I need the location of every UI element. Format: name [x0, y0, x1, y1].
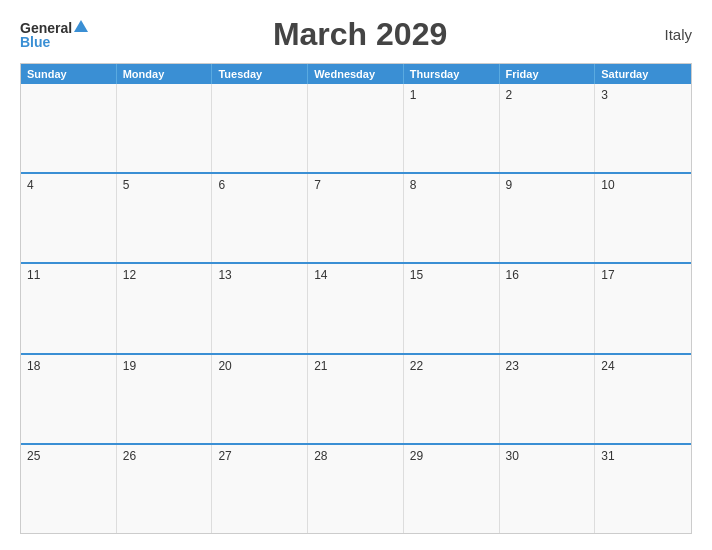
week-5: 25 26 27 28 29 30 31 [21, 443, 691, 533]
calendar-body: 1 2 3 4 5 6 7 8 9 10 11 12 13 14 15 16 [21, 84, 691, 533]
cell-w1-mon [117, 84, 213, 172]
week-1: 1 2 3 [21, 84, 691, 172]
cell-w5-mon: 26 [117, 445, 213, 533]
logo: General Blue [20, 21, 88, 49]
page: General Blue March 2029 Italy Sunday Mon… [0, 0, 712, 550]
cell-w2-wed: 7 [308, 174, 404, 262]
cell-w1-thu: 1 [404, 84, 500, 172]
calendar-header: Sunday Monday Tuesday Wednesday Thursday… [21, 64, 691, 84]
header-monday: Monday [117, 64, 213, 84]
week-2: 4 5 6 7 8 9 10 [21, 172, 691, 262]
cell-w5-fri: 30 [500, 445, 596, 533]
cell-w2-sun: 4 [21, 174, 117, 262]
cell-w4-sat: 24 [595, 355, 691, 443]
cell-w2-mon: 5 [117, 174, 213, 262]
cell-w1-sat: 3 [595, 84, 691, 172]
cell-w4-mon: 19 [117, 355, 213, 443]
cell-w1-wed [308, 84, 404, 172]
cell-w5-sun: 25 [21, 445, 117, 533]
header-sunday: Sunday [21, 64, 117, 84]
cell-w2-thu: 8 [404, 174, 500, 262]
cell-w2-fri: 9 [500, 174, 596, 262]
logo-triangle-icon [74, 20, 88, 32]
cell-w3-sun: 11 [21, 264, 117, 352]
cell-w4-thu: 22 [404, 355, 500, 443]
header-tuesday: Tuesday [212, 64, 308, 84]
cell-w5-tue: 27 [212, 445, 308, 533]
header-wednesday: Wednesday [308, 64, 404, 84]
cell-w4-tue: 20 [212, 355, 308, 443]
logo-blue-text: Blue [20, 35, 50, 49]
cell-w3-fri: 16 [500, 264, 596, 352]
cell-w5-thu: 29 [404, 445, 500, 533]
cell-w2-sat: 10 [595, 174, 691, 262]
cell-w5-sat: 31 [595, 445, 691, 533]
week-3: 11 12 13 14 15 16 17 [21, 262, 691, 352]
cell-w1-fri: 2 [500, 84, 596, 172]
week-4: 18 19 20 21 22 23 24 [21, 353, 691, 443]
cell-w1-sun [21, 84, 117, 172]
header: General Blue March 2029 Italy [20, 16, 692, 53]
logo-general-text: General [20, 21, 72, 35]
cell-w4-wed: 21 [308, 355, 404, 443]
header-saturday: Saturday [595, 64, 691, 84]
cell-w4-fri: 23 [500, 355, 596, 443]
cell-w1-tue [212, 84, 308, 172]
cell-w3-thu: 15 [404, 264, 500, 352]
cell-w3-wed: 14 [308, 264, 404, 352]
cell-w3-tue: 13 [212, 264, 308, 352]
header-thursday: Thursday [404, 64, 500, 84]
cell-w3-mon: 12 [117, 264, 213, 352]
cell-w4-sun: 18 [21, 355, 117, 443]
country-label: Italy [632, 26, 692, 43]
cell-w5-wed: 28 [308, 445, 404, 533]
calendar-title: March 2029 [88, 16, 632, 53]
cell-w3-sat: 17 [595, 264, 691, 352]
header-friday: Friday [500, 64, 596, 84]
cell-w2-tue: 6 [212, 174, 308, 262]
calendar: Sunday Monday Tuesday Wednesday Thursday… [20, 63, 692, 534]
